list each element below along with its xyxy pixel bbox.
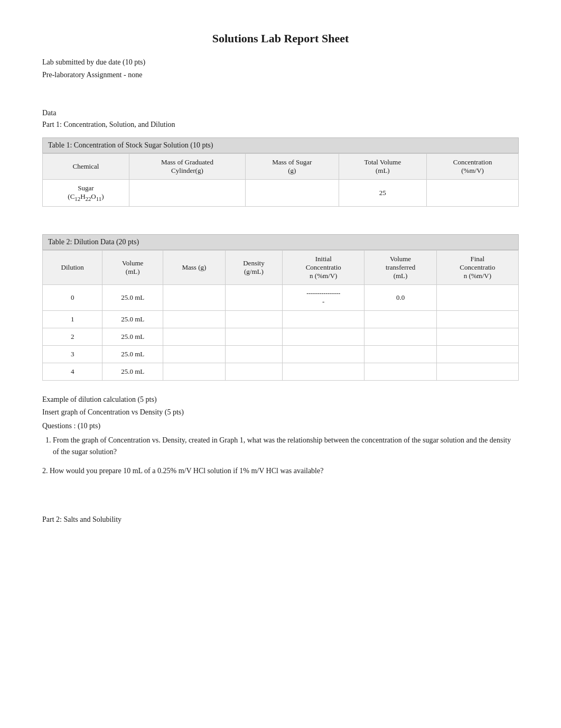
example-calculation-text: Example of dilution calculation (5 pts) (42, 395, 519, 404)
table2-header-initial-conc: InitialConcentration (%m/V) (283, 250, 364, 284)
table1-chemical: Sugar(C12H22O11) (43, 180, 129, 207)
table2-volume-0: 25.0 mL (102, 284, 163, 310)
table-row: 3 25.0 mL (43, 345, 519, 363)
table1-concentration (427, 180, 519, 207)
table2-density-2 (225, 328, 282, 345)
questions-section: Questions : (10 pts) From the graph of C… (42, 422, 519, 477)
part1-label: Part 1: Concentration, Solution, and Dil… (42, 121, 519, 129)
table2-final-conc-3 (436, 345, 518, 363)
table2-vol-transferred-4 (364, 363, 436, 380)
table1-mass-sugar (246, 180, 339, 207)
table2-initial-conc-4 (283, 363, 364, 380)
table2-mass-1 (163, 310, 226, 328)
table-row: 0 25.0 mL ----------------- 0.0 (43, 284, 519, 310)
table1-header-total-volume: Total Volume(mL) (339, 154, 427, 180)
table2-header-dilution: Dilution (43, 250, 102, 284)
table2-final-conc-0 (436, 284, 518, 310)
table1-container: Table 1: Concentration of Stock Sugar So… (42, 137, 519, 207)
question-1-text: From the graph of Concentration vs. Dens… (53, 436, 511, 456)
table1-mass-graduated (129, 180, 245, 207)
table1: Chemical Mass of GraduatedCylinder(g) Ma… (42, 153, 519, 207)
table2-mass-4 (163, 363, 226, 380)
table2-initial-conc-2 (283, 328, 364, 345)
part2-label: Part 2: Salts and Solubility (42, 515, 519, 524)
table2-vol-transferred-3 (364, 345, 436, 363)
table-row: 2 25.0 mL (43, 328, 519, 345)
table2-dilution-3: 3 (43, 345, 102, 363)
table2-mass-2 (163, 328, 226, 345)
table2-initial-conc-1 (283, 310, 364, 328)
table2-volume-3: 25.0 mL (102, 345, 163, 363)
table1-header-mass-sugar: Mass of Sugar(g) (246, 154, 339, 180)
table2-density-1 (225, 310, 282, 328)
table2-final-conc-4 (436, 363, 518, 380)
table1-header-concentration: Concentration(%m/V) (427, 154, 519, 180)
table2-container: Table 2: Dilution Data (20 pts) Dilution… (42, 234, 519, 381)
table2: Dilution Volume(mL) Mass (g) Density(g/m… (42, 250, 519, 381)
table-row: Sugar(C12H22O11) 25 (43, 180, 519, 207)
table2-density-3 (225, 345, 282, 363)
table2-vol-transferred-0: 0.0 (364, 284, 436, 310)
table2-vol-transferred-2 (364, 328, 436, 345)
pre-lab-text: Pre-laboratory Assignment - none (42, 71, 519, 79)
table2-header-volume: Volume(mL) (102, 250, 163, 284)
table2-final-conc-1 (436, 310, 518, 328)
table2-title: Table 2: Dilution Data (20 pts) (42, 234, 519, 250)
table2-header-vol-transferred: Volumetransferred(mL) (364, 250, 436, 284)
table1-total-volume: 25 (339, 180, 427, 207)
table1-header-mass-graduated: Mass of GraduatedCylinder(g) (129, 154, 245, 180)
table2-dilution-2: 2 (43, 328, 102, 345)
table2-dilution-4: 4 (43, 363, 102, 380)
list-item: From the graph of Concentration vs. Dens… (53, 435, 519, 458)
data-label: Data (42, 109, 519, 117)
table1-title: Table 1: Concentration of Stock Sugar So… (42, 137, 519, 153)
table2-dilution-0: 0 (43, 284, 102, 310)
page-title: Solutions Lab Report Sheet (42, 32, 519, 45)
table2-volume-4: 25.0 mL (102, 363, 163, 380)
table2-dilution-1: 1 (43, 310, 102, 328)
table1-header-chemical: Chemical (43, 154, 129, 180)
lab-submitted-text: Lab submitted by due date (10 pts) (42, 58, 519, 67)
question-2-text: 2. How would you prepare 10 mL of a 0.25… (42, 465, 519, 477)
table-row: 4 25.0 mL (43, 363, 519, 380)
table2-density-0 (225, 284, 282, 310)
table2-mass-3 (163, 345, 226, 363)
table2-header-density: Density(g/mL) (225, 250, 282, 284)
table2-header-final-conc: FinalConcentration (%m/V) (436, 250, 518, 284)
table2-initial-conc-3 (283, 345, 364, 363)
questions-label: Questions : (10 pts) (42, 422, 519, 430)
table2-initial-conc-0: ----------------- (283, 284, 364, 310)
table2-volume-2: 25.0 mL (102, 328, 163, 345)
table2-density-4 (225, 363, 282, 380)
table2-vol-transferred-1 (364, 310, 436, 328)
table2-final-conc-2 (436, 328, 518, 345)
insert-graph-text: Insert graph of Concentration vs Density… (42, 408, 519, 417)
table2-mass-0 (163, 284, 226, 310)
table-row: 1 25.0 mL (43, 310, 519, 328)
table2-header-mass: Mass (g) (163, 250, 226, 284)
table2-volume-1: 25.0 mL (102, 310, 163, 328)
